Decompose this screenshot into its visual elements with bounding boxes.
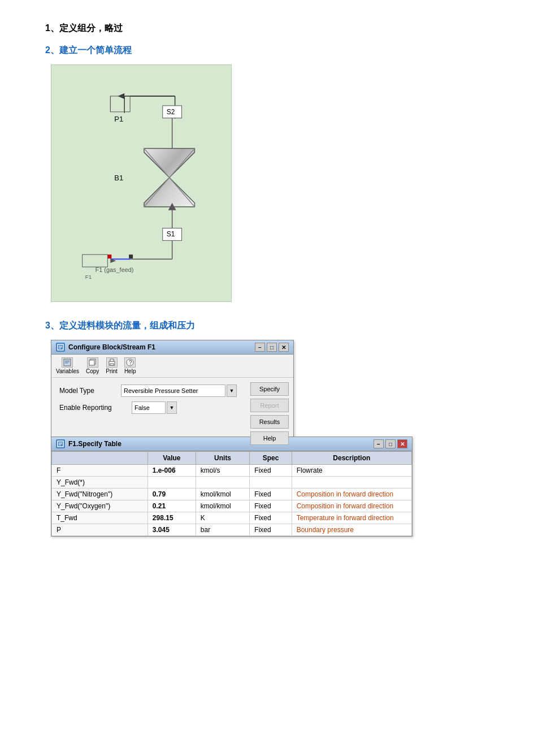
model-type-input[interactable] [121, 385, 225, 397]
specify-table: Value Units Spec Description F1.e-006kmo… [51, 451, 412, 536]
col-units-header: Units [196, 452, 250, 465]
flowchart-diagram: P1 S2 B1 S1 [51, 64, 232, 302]
svg-rect-3 [110, 96, 130, 112]
configure-content: Model Type ▼ Enable Reporting ▼ Specify … [51, 378, 293, 437]
model-type-dropdown-arrow[interactable]: ▼ [227, 385, 237, 397]
table-row: P3.045barFixedBoundary pressure [52, 524, 412, 536]
row-units-cell: kmol/kmol [196, 489, 250, 500]
row-description-cell: Temperature in forward direction [292, 512, 411, 524]
step2-text: 建立一个简单流程 [59, 45, 132, 55]
specify-restore-button[interactable]: □ [385, 439, 396, 448]
configure-toolbar: Variables Copy Print ? Help [51, 355, 293, 378]
row-spec-cell: Fixed [250, 500, 292, 512]
configure-dialog: Configure Block/Stream F1 − □ ✕ Variable… [51, 340, 294, 437]
svg-rect-22 [107, 254, 111, 258]
print-toolbar-item[interactable]: Print [106, 357, 118, 374]
table-row: Y_Fwd("Nitrogen")0.79kmol/kmolFixedCompo… [52, 489, 412, 500]
help-toolbar-label: Help [124, 368, 136, 374]
enable-reporting-label: Enable Reporting [59, 404, 127, 412]
dialogs-area: Configure Block/Stream F1 − □ ✕ Variable… [51, 340, 489, 537]
svg-rect-32 [64, 359, 71, 366]
row-spec-cell [250, 477, 292, 489]
close-button[interactable]: ✕ [279, 343, 289, 352]
print-icon [106, 357, 118, 368]
enable-reporting-dropdown-arrow[interactable]: ▼ [167, 401, 177, 414]
step2-title: 2、建立一个简单流程 [45, 45, 489, 57]
configure-titlebar: Configure Block/Stream F1 − □ ✕ [51, 340, 293, 355]
model-type-control[interactable]: ▼ [121, 385, 237, 397]
row-units-cell: kmol/s [196, 465, 250, 477]
print-label: Print [106, 368, 118, 374]
step3-sep: 、 [50, 321, 59, 330]
specify-titlebar: F1.Specify Table − □ ✕ [51, 437, 412, 451]
row-name-cell: Y_Fwd("Nitrogen") [52, 489, 148, 500]
specify-minimize-button[interactable]: − [374, 439, 384, 448]
row-spec-cell: Fixed [250, 512, 292, 524]
enable-reporting-input[interactable] [132, 401, 166, 414]
report-button[interactable]: Report [250, 399, 289, 412]
table-header-row: Value Units Spec Description [52, 452, 412, 465]
col-spec-header: Spec [250, 452, 292, 465]
row-spec-cell: Fixed [250, 489, 292, 500]
copy-label: Copy [86, 368, 99, 374]
table-row: Y_Fwd("Oxygen")0.21kmol/kmolFixedComposi… [52, 500, 412, 512]
step1-sep: 、 [50, 23, 59, 33]
table-row: T_Fwd298.15KFixedTemperature in forward … [52, 512, 412, 524]
step2-number: 2 [45, 45, 50, 55]
results-button[interactable]: Results [250, 415, 289, 429]
model-type-row: Model Type ▼ [59, 385, 237, 397]
svg-text:S1: S1 [167, 230, 175, 238]
configure-title: Configure Block/Stream F1 [68, 343, 155, 351]
configure-icon [56, 343, 65, 352]
variables-icon [62, 357, 73, 368]
row-description-cell: Composition in forward direction [292, 489, 411, 500]
row-name-cell: F [52, 465, 148, 477]
specify-window-controls[interactable]: − □ ✕ [374, 439, 407, 448]
row-value-cell: 3.045 [147, 524, 196, 536]
row-description-cell: Flowrate [292, 465, 411, 477]
row-units-cell [196, 477, 250, 489]
step1-title: 1、定义组分，略过 [45, 23, 489, 34]
table-row: F1.e-006kmol/sFixedFlowrate [52, 465, 412, 477]
step1-number: 1 [45, 23, 50, 33]
row-value-cell: 0.79 [147, 489, 196, 500]
help-dialog-button[interactable]: Help [250, 431, 289, 445]
row-value-cell [147, 477, 196, 489]
specify-icon [56, 439, 65, 448]
specify-title: F1.Specify Table [68, 440, 121, 448]
specify-close-button[interactable]: ✕ [397, 439, 407, 448]
svg-rect-37 [89, 360, 94, 365]
svg-rect-39 [110, 359, 114, 361]
specify-table-dialog: F1.Specify Table − □ ✕ Value Units Spec … [51, 437, 413, 537]
variables-toolbar-item[interactable]: Variables [56, 357, 79, 374]
help-toolbar-item[interactable]: ? Help [124, 357, 136, 374]
model-type-label: Model Type [59, 387, 116, 395]
step3-text: 定义进料模块的流量，组成和压力 [59, 321, 195, 330]
row-spec-cell: Fixed [250, 524, 292, 536]
svg-text:?: ? [129, 360, 132, 366]
svg-rect-40 [110, 364, 114, 365]
row-units-cell: kmol/kmol [196, 500, 250, 512]
step3-number: 3 [45, 321, 50, 330]
enable-reporting-row: Enable Reporting ▼ [59, 401, 237, 414]
row-spec-cell: Fixed [250, 465, 292, 477]
copy-toolbar-item[interactable]: Copy [86, 357, 99, 374]
svg-rect-23 [129, 254, 133, 258]
col-name-header [52, 452, 148, 465]
svg-text:F1 (gas_feed): F1 (gas_feed) [95, 266, 134, 273]
row-value-cell: 1.e-006 [147, 465, 196, 477]
side-buttons: Specify Report Results Help [250, 382, 289, 445]
col-value-header: Value [147, 452, 196, 465]
restore-button[interactable]: □ [267, 343, 277, 352]
row-description-cell: Composition in forward direction [292, 500, 411, 512]
row-units-cell: bar [196, 524, 250, 536]
configure-window-controls[interactable]: − □ ✕ [255, 343, 289, 352]
specify-button[interactable]: Specify [250, 382, 289, 396]
row-value-cell: 298.15 [147, 512, 196, 524]
row-units-cell: K [196, 512, 250, 524]
enable-reporting-control[interactable]: ▼ [132, 401, 177, 414]
copy-icon [87, 357, 98, 368]
row-value-cell: 0.21 [147, 500, 196, 512]
minimize-button[interactable]: − [255, 343, 265, 352]
svg-text:S2: S2 [167, 108, 175, 116]
